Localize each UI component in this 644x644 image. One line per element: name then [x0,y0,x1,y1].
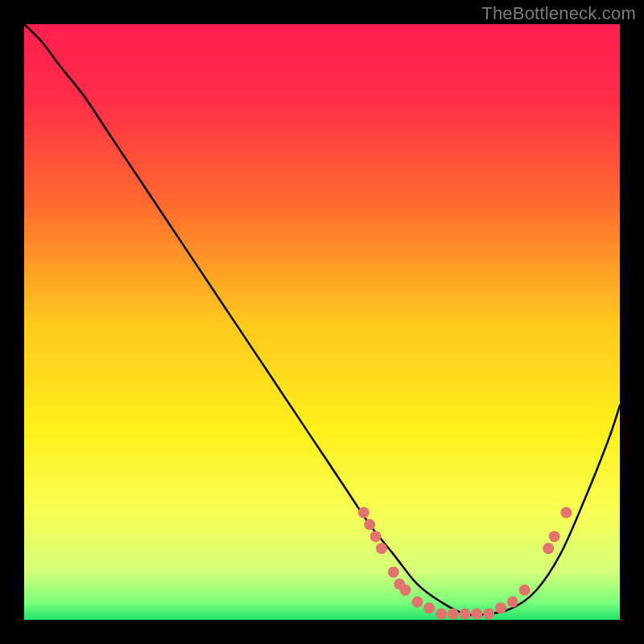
data-marker [370,530,382,542]
data-marker [460,609,471,620]
data-marker [560,507,572,518]
data-marker [507,597,518,608]
data-marker [388,567,399,578]
data-marker [376,543,387,554]
data-marker [495,602,506,613]
data-marker [549,530,560,542]
plot-area [24,24,620,620]
data-marker [543,543,554,554]
bottleneck-curve [24,24,620,615]
chart-container: TheBottleneck.com [0,0,644,644]
data-marker [448,609,459,620]
data-marker [483,609,494,620]
data-marker [400,584,411,596]
watermark-text: TheBottleneck.com [481,3,636,24]
curve-layer [24,24,620,620]
data-marker [358,507,369,518]
curve-markers [358,507,572,620]
data-marker [411,597,423,608]
data-marker [423,602,435,613]
data-marker [519,584,530,596]
data-marker [436,609,447,620]
data-marker [471,609,482,620]
data-marker [364,519,375,530]
